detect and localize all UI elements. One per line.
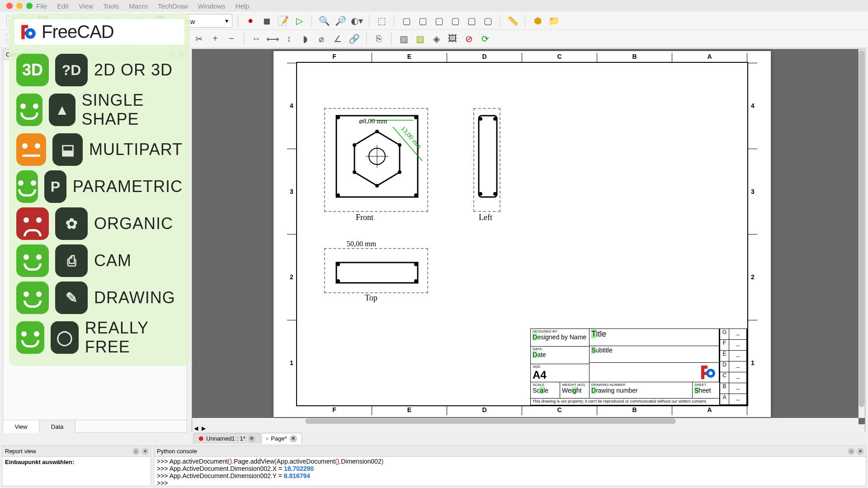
feature-glyph-icon: ✿	[55, 207, 88, 240]
dim-diameter-icon[interactable]: ⌀	[315, 32, 328, 46]
feature-row: 3D?D2D or 3D	[16, 54, 183, 86]
dim-vert-icon[interactable]: ↕	[282, 32, 296, 46]
face-3d-icon: 3D	[16, 54, 49, 86]
view-left[interactable]	[473, 108, 500, 212]
feature-label: CAM	[94, 251, 132, 270]
drawstyle-icon[interactable]: ◐▾	[350, 14, 363, 28]
close-icon[interactable]: ✕	[248, 435, 255, 442]
fit-all-icon[interactable]: 🔍	[317, 14, 331, 28]
maximize-icon[interactable]	[26, 3, 33, 9]
iso-icon[interactable]: ⬚	[375, 14, 388, 28]
combo-tab-view[interactable]: View	[3, 420, 39, 433]
close-icon[interactable]	[6, 3, 13, 9]
view-bottom-icon[interactable]: ▢	[465, 14, 478, 28]
menu-view[interactable]: View	[79, 2, 93, 10]
pycon-title: Python console	[157, 448, 197, 455]
svg-point-8	[398, 143, 401, 147]
menu-windows[interactable]: Windows	[198, 2, 226, 10]
svg-point-3	[414, 116, 418, 119]
nav-next-icon[interactable]: ▶	[202, 425, 206, 432]
view-front-icon[interactable]: ▢	[400, 14, 413, 28]
macro-play-icon[interactable]: ▷	[292, 14, 306, 28]
svg-point-29	[709, 371, 712, 375]
dim-link-icon[interactable]: 🔗	[347, 32, 361, 46]
symbol-icon[interactable]: ◈	[429, 32, 443, 46]
feature-glyph-icon: ⬓	[52, 133, 82, 166]
menu-techdraw[interactable]: TechDraw	[158, 2, 188, 10]
panel-float-icon[interactable]: ◇	[132, 448, 140, 455]
dim-horiz-icon[interactable]: ⟷	[266, 32, 279, 46]
macro-stop-icon[interactable]: ◼	[260, 14, 274, 28]
view-rear-icon[interactable]: ▢	[448, 14, 462, 28]
view-left-icon[interactable]: ▢	[481, 14, 495, 28]
redraw-icon[interactable]: ⟳	[478, 32, 492, 46]
doc-tab-page[interactable]: ▫Page*✕	[261, 433, 302, 444]
group-icon[interactable]: 📁	[547, 14, 561, 28]
macro-record-icon[interactable]: ●	[244, 14, 257, 28]
toggle-frame-icon[interactable]: ⊘	[462, 32, 476, 46]
view-right-icon[interactable]: ▢	[432, 14, 446, 28]
svg-point-22	[493, 192, 497, 196]
drawing-viewport[interactable]: FEDCBA FEDCBA 1234 1234 ⌀8,00 mm 13,00 m…	[192, 49, 865, 433]
svg-point-19	[479, 117, 482, 121]
panel-float-icon[interactable]: ◇	[848, 448, 855, 455]
dim-radius-icon[interactable]: ◗	[298, 32, 312, 46]
export-svg-icon[interactable]: ⎘	[372, 32, 386, 46]
feature-overlay: FreeCAD 3D?D2D or 3D▲Single Shape⬓Multip…	[9, 14, 190, 366]
feature-label: Really Free	[85, 319, 183, 357]
vertical-scrollbar[interactable]	[859, 49, 865, 418]
drawing-page[interactable]: FEDCBA FEDCBA 1234 1234 ⌀8,00 mm 13,00 m…	[274, 51, 771, 417]
revision-column: G_F_E_D_C_B_A_	[720, 329, 747, 405]
geomhatch-icon[interactable]: ▧	[413, 32, 427, 46]
image-icon[interactable]: 🖼	[446, 32, 459, 46]
python-console-output[interactable]: >>> App.activeDocument().Page.addView(Ap…	[154, 457, 866, 488]
svg-point-5	[414, 193, 418, 197]
title-block[interactable]: DESIGNED BY:Designed by Name DATE:Date S…	[530, 328, 747, 405]
svg-point-27	[414, 279, 418, 283]
svg-point-7	[375, 130, 379, 133]
report-message: Einbaupunkt auswählen:	[5, 459, 74, 465]
face-green-icon	[16, 282, 49, 314]
part-icon[interactable]: ⬢	[531, 14, 544, 28]
panel-close-icon[interactable]: ✕	[142, 448, 149, 455]
measure-icon[interactable]: 📏	[506, 14, 519, 28]
dim-hole: ⌀8,00 mm	[359, 117, 387, 125]
fit-sel-icon[interactable]: 🔎	[334, 14, 347, 28]
menu-file[interactable]: File	[36, 2, 47, 10]
menu-help[interactable]: Help	[236, 2, 250, 10]
view-front[interactable]: ⌀8,00 mm 13,00 mm	[324, 108, 428, 212]
clip-remove-icon[interactable]: −	[225, 32, 238, 46]
minimize-icon[interactable]	[16, 3, 23, 9]
menu-edit[interactable]: Edit	[57, 2, 69, 10]
doc-tab-model[interactable]: ⬢Unnamed1 : 1*✕	[193, 433, 260, 444]
horizontal-scrollbar[interactable]	[192, 418, 859, 424]
feature-label: Parametric	[73, 177, 183, 196]
feature-glyph-icon: ⎙	[55, 244, 88, 277]
close-icon[interactable]: ✕	[290, 435, 297, 442]
window-controls[interactable]	[6, 3, 33, 9]
face-green-icon	[16, 321, 44, 354]
feature-glyph-icon: P	[44, 170, 66, 203]
dim-length-icon[interactable]: ↔	[250, 32, 263, 46]
combo-tab-data[interactable]: Data	[39, 420, 75, 433]
svg-point-24	[336, 263, 340, 266]
chevron-down-icon: ▾	[225, 17, 228, 24]
feature-row: ✿Organic	[16, 207, 183, 240]
svg-rect-18	[479, 116, 497, 197]
report-title: Report view	[5, 448, 36, 455]
feature-label: Drawing	[94, 288, 175, 307]
dim-angle-icon[interactable]: ∠	[331, 32, 344, 46]
svg-point-26	[336, 279, 340, 283]
nav-prev-icon[interactable]: ◀	[194, 425, 198, 432]
menu-tools[interactable]: Tools	[103, 2, 119, 10]
svg-point-2	[336, 116, 340, 119]
panel-close-icon[interactable]: ✕	[857, 448, 864, 455]
view-top-icon[interactable]: ▢	[416, 14, 429, 28]
face-green-icon	[16, 170, 38, 203]
view-top[interactable]	[324, 248, 428, 293]
clip-add-icon[interactable]: +	[208, 32, 222, 46]
macro-edit-icon[interactable]: 📝	[276, 14, 290, 28]
clip-group-icon[interactable]: ✂	[192, 32, 206, 46]
hatch-icon[interactable]: ▨	[397, 32, 410, 46]
menu-macro[interactable]: Macro	[129, 2, 148, 10]
